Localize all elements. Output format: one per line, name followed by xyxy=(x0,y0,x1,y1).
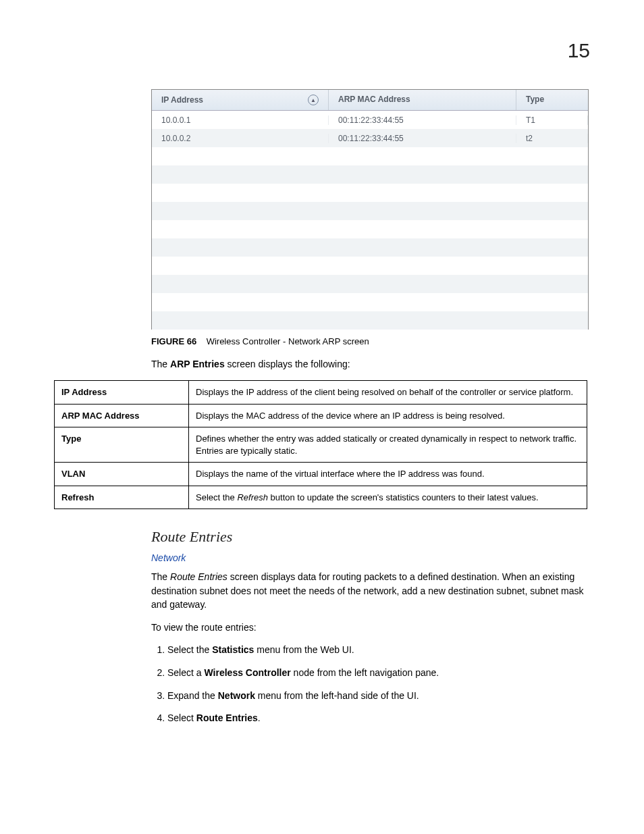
text: The xyxy=(151,571,170,582)
cell-type: T1 xyxy=(516,115,588,125)
definition-key: VLAN xyxy=(55,463,189,486)
table-header-row: IP Address ▲ ARP MAC Address Type xyxy=(152,90,588,111)
definition-row: TypeDefines whether the entry was added … xyxy=(55,427,587,463)
definition-value: Displays the IP address of the client be… xyxy=(189,381,587,405)
cell-mac: 00:11:22:33:44:55 xyxy=(329,134,516,143)
figure-label: FIGURE 66 xyxy=(151,336,196,346)
definition-row: IP AddressDisplays the IP address of the… xyxy=(55,381,587,405)
table-row-empty xyxy=(152,202,588,220)
definition-key: IP Address xyxy=(55,381,189,405)
column-header-ip[interactable]: IP Address ▲ xyxy=(152,90,329,110)
cell-ip: 10.0.0.2 xyxy=(152,134,329,143)
definition-row: ARP MAC AddressDisplays the MAC address … xyxy=(55,404,587,427)
table-row-empty xyxy=(152,165,588,184)
intro-bold: ARP Entries xyxy=(170,359,225,369)
definition-key: ARP MAC Address xyxy=(55,404,189,427)
table-row-empty xyxy=(152,275,588,293)
definition-row: RefreshSelect the Refresh button to upda… xyxy=(55,486,587,509)
sort-asc-icon[interactable]: ▲ xyxy=(308,95,319,105)
section-heading: Route Entries xyxy=(151,528,590,546)
text-italic: Route Entries xyxy=(170,571,227,582)
cell-ip: 10.0.0.1 xyxy=(152,115,329,125)
figure-caption: FIGURE 66 Wireless Controller - Network … xyxy=(151,336,590,346)
definition-value: Displays the MAC address of the device w… xyxy=(189,404,587,427)
intro-suffix: screen displays the following: xyxy=(225,359,350,369)
table-row-empty xyxy=(152,257,588,275)
cell-mac: 00:11:22:33:44:55 xyxy=(329,115,516,125)
step-item: Select a Wireless Controller node from t… xyxy=(167,667,590,680)
intro-text: The ARP Entries screen displays the foll… xyxy=(151,359,590,369)
page-number: 15 xyxy=(568,39,590,62)
section-paragraph-2: To view the route entries: xyxy=(151,621,590,634)
step-item: Expand the Network menu from the left-ha… xyxy=(167,689,590,703)
table-row-empty xyxy=(152,220,588,238)
intro-prefix: The xyxy=(151,359,170,369)
section-paragraph-1: The Route Entries screen displays data f… xyxy=(151,570,590,611)
table-row-empty xyxy=(152,184,588,202)
definitions-table: IP AddressDisplays the IP address of the… xyxy=(54,380,587,509)
step-item: Select Route Entries. xyxy=(167,712,590,725)
steps-list: Select the Statistics menu from the Web … xyxy=(151,644,590,725)
table-row[interactable]: 10.0.0.200:11:22:33:44:55t2 xyxy=(152,129,588,147)
column-header-ip-label: IP Address xyxy=(161,95,203,105)
figure-caption-text: Wireless Controller - Network ARP screen xyxy=(207,336,369,346)
definition-value: Select the Refresh button to update the … xyxy=(189,486,587,509)
step-item: Select the Statistics menu from the Web … xyxy=(167,644,590,657)
table-row-empty xyxy=(152,311,588,330)
cell-type: t2 xyxy=(516,134,588,143)
definition-key: Refresh xyxy=(55,486,189,509)
arp-screenshot: IP Address ▲ ARP MAC Address Type 10.0.0… xyxy=(151,89,589,330)
table-row-empty xyxy=(152,147,588,165)
table-row-empty xyxy=(152,238,588,257)
column-header-mac[interactable]: ARP MAC Address xyxy=(329,90,516,110)
column-header-type[interactable]: Type xyxy=(516,90,588,110)
breadcrumb-link[interactable]: Network xyxy=(151,552,590,563)
definition-value: Defines whether the entry was added stat… xyxy=(189,427,587,463)
definition-row: VLANDisplays the name of the virtual int… xyxy=(55,463,587,486)
definition-key: Type xyxy=(55,427,189,463)
table-row-empty xyxy=(152,293,588,311)
definition-value: Displays the name of the virtual interfa… xyxy=(189,463,587,486)
table-row[interactable]: 10.0.0.100:11:22:33:44:55T1 xyxy=(152,111,588,129)
